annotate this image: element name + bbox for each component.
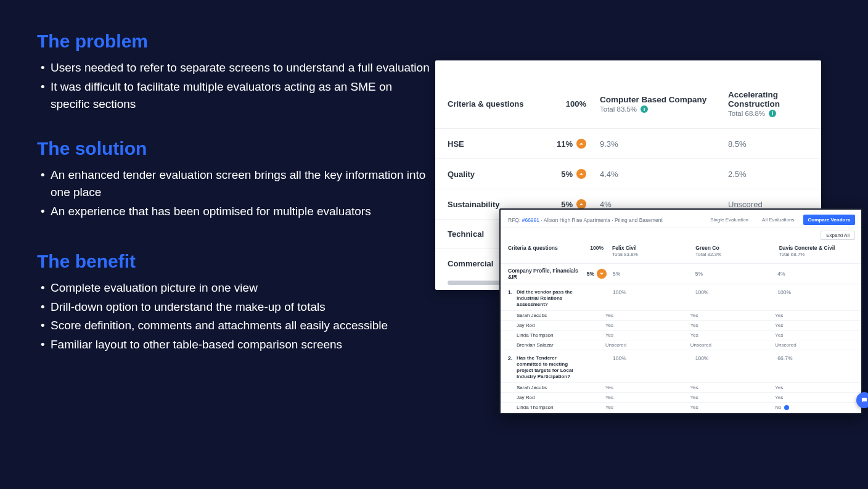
evaluator-name: Sarah Jacobs (517, 313, 575, 318)
chevron-down-icon[interactable] (597, 269, 607, 279)
evaluator-row: Linda ThompsonYesYesNo (501, 402, 861, 412)
score: 100% (689, 289, 772, 308)
vendor-name: Accelerating Construction (728, 90, 809, 109)
criteria-row: HSE 11% 9.3% 8.5% (435, 129, 821, 159)
chevron-up-icon[interactable] (576, 199, 586, 209)
tab-compare-vendors[interactable]: Compare Vendors (803, 215, 855, 225)
answer: Yes (684, 332, 769, 338)
answer: Yes (769, 395, 854, 400)
info-icon[interactable]: i (769, 110, 776, 117)
bullet: An enhanced tender evaluation screen bri… (37, 166, 432, 202)
benefit-list: Complete evaluation picture in one view … (37, 279, 432, 353)
section-weight: 5% (587, 271, 594, 277)
answer: Yes (599, 332, 684, 338)
slide: The problem Users needed to refer to sep… (0, 0, 868, 489)
evaluator-row: Jay RodYesYesYes (501, 320, 861, 330)
expand-all-button[interactable]: Expand All (821, 231, 855, 240)
answer: Unscored (599, 342, 684, 348)
vendor-total: Total 83.8% (612, 252, 687, 257)
heading-solution: The solution (37, 138, 432, 159)
answer: Yes (684, 395, 769, 400)
score: 4% (586, 200, 723, 209)
vendor-name: Computer Based Company (600, 95, 723, 104)
vendor-total: Total 68.8% i (728, 110, 809, 117)
chevron-up-icon[interactable] (576, 169, 586, 179)
criteria-name: HSE (448, 139, 549, 149)
question-number: 1. (508, 289, 517, 308)
answer: Yes (684, 323, 769, 328)
vendor-column: Accelerating Construction Total 68.8% i (723, 90, 809, 117)
evaluator-name: Linda Thompson (517, 332, 575, 338)
info-icon[interactable]: i (641, 105, 648, 113)
vendor-total: Total 82.3% (695, 252, 770, 257)
answer: Yes (599, 395, 684, 400)
panel-top-bar: RFQ: #66991 · Albion High Rise Apartment… (501, 210, 861, 228)
evaluator-row: Linda ThompsonYesYesYes (501, 330, 861, 340)
vendor-total: Total 83.5% i (600, 105, 723, 113)
section-name: Company Profile, Financials &IR (508, 268, 582, 280)
vendor-column: Felix Civil Total 83.8% (604, 245, 687, 257)
score: 5% (689, 271, 772, 277)
tab-all-evaluations[interactable]: All Evaluations (757, 215, 799, 225)
score: 100% (689, 355, 772, 380)
view-tabs: Single Evaluation All Evaluations Compar… (705, 215, 855, 225)
answer: Yes (769, 323, 854, 328)
answer: Yes (599, 385, 684, 390)
question-block: 2. Has the Tenderer committed to meeting… (501, 350, 861, 412)
criteria-header: Criteria & questions (508, 245, 582, 257)
answer: Yes (599, 323, 684, 328)
answer: Yes (769, 385, 854, 390)
column-headers: Criteria & questions 100% Felix Civil To… (501, 242, 861, 264)
question-number: 2. (508, 355, 517, 380)
answer: Yes (769, 313, 854, 318)
score: 8.5% (723, 139, 809, 149)
bullet: Complete evaluation picture in one view (37, 279, 432, 297)
vendor-name: Green Co (695, 245, 770, 251)
vendor-total: Total 68.7% (779, 252, 854, 257)
heading-benefit: The benefit (37, 251, 432, 272)
criteria-name: Quality (448, 170, 549, 179)
bullet: Users needed to refer to separate screen… (37, 59, 432, 77)
tab-single-evaluation[interactable]: Single Evaluation (705, 215, 753, 225)
question-text: Has the Tenderer committed to meeting pr… (517, 355, 582, 380)
score: Unscored (723, 200, 809, 209)
rfq-link[interactable]: #66991 (522, 217, 539, 223)
comment-icon[interactable] (784, 405, 789, 410)
answer: Yes (684, 405, 769, 410)
chat-button[interactable] (856, 392, 868, 408)
criteria-weight: 11% (549, 139, 586, 149)
answer: Yes (684, 385, 769, 390)
score: 100% (607, 289, 689, 308)
answer: Yes (599, 313, 684, 318)
evaluator-name: Jay Rod (517, 395, 575, 400)
answer: No (769, 405, 854, 410)
question-block: 1. Did the vendor pass the Industrial Re… (501, 284, 861, 350)
section-row: Company Profile, Financials &IR 5% 5% 5%… (501, 264, 861, 284)
problem-list: Users needed to refer to separate screen… (37, 59, 432, 113)
evaluator-name: Brendan Salazar (517, 342, 575, 348)
vendor-column: Green Co Total 82.3% (687, 245, 770, 257)
evaluator-name: Linda Thompson (517, 405, 575, 410)
score: 4% (771, 271, 854, 277)
criteria-name: Sustainability (448, 200, 549, 209)
breadcrumb: RFQ: #66991 · Albion High Rise Apartment… (508, 217, 663, 223)
solution-list: An enhanced tender evaluation screen bri… (37, 166, 432, 221)
score: 2.5% (723, 170, 809, 179)
chevron-up-icon[interactable] (576, 139, 586, 149)
score: 9.3% (586, 139, 723, 149)
heading-problem: The problem (37, 31, 432, 52)
bullet: It was difficult to facilitate multiple … (37, 78, 432, 113)
evaluator-name: Jay Rod (517, 323, 575, 328)
comparison-panel-detail: RFQ: #66991 · Albion High Rise Apartment… (499, 208, 862, 414)
score: 100% (771, 289, 854, 308)
criteria-row: Quality 5% 4.4% 2.5% (435, 159, 821, 189)
bullet: Drill-down option to understand the make… (37, 298, 432, 316)
vendor-column: Computer Based Company Total 83.5% i (586, 95, 723, 113)
evaluator-row: Sarah JacobsYesYesYes (501, 382, 861, 392)
bullet: Score definition, comments and attachmen… (37, 317, 432, 335)
answer: Unscored (769, 342, 854, 348)
total-weight: 100% (582, 245, 604, 257)
score: 5% (607, 271, 689, 277)
answer: Yes (769, 332, 854, 338)
total-weight: 100% (549, 99, 586, 109)
